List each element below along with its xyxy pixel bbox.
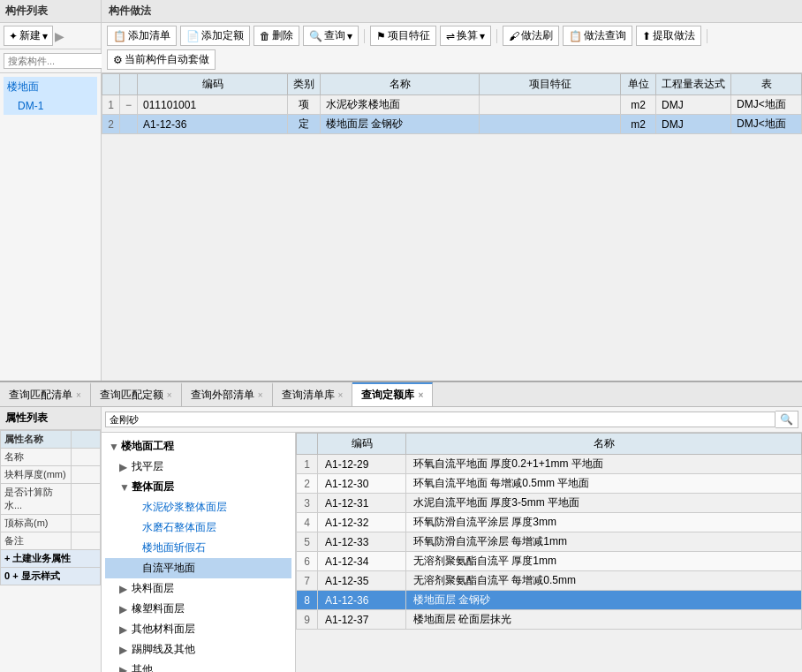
add-bill-label: 添加清单: [128, 28, 170, 43]
tree-section-block[interactable]: ▶ 块料面层: [105, 578, 291, 599]
divider3: [707, 29, 707, 43]
tree-item-chopped[interactable]: 楼地面斩假石: [105, 538, 291, 558]
result-row[interactable]: 8 A1-12-36 楼地面层 金钢砂: [297, 591, 802, 610]
tree-section-skirting[interactable]: ▶ 踢脚线及其他: [105, 639, 291, 660]
tab-close-icon[interactable]: ×: [258, 390, 263, 400]
prop-section-display-label: 0 + 显示样式: [1, 568, 101, 585]
tab-label: 查询定额库: [361, 388, 414, 403]
prop-value-name[interactable]: [72, 449, 101, 466]
result-row[interactable]: 3 A1-12-31 水泥自流平地面 厚度3-5mm 平地面: [297, 494, 802, 513]
table-row[interactable]: 2 A1-12-36 定 楼地面层 金钢砂 m2 DMJ DMJ<地面: [102, 115, 802, 134]
tree-section-root[interactable]: ▼ 楼地面工程: [105, 436, 291, 457]
prop-row-thickness[interactable]: 块料厚度(mm): [1, 466, 101, 484]
tree-item-cement[interactable]: 水泥砂浆整体面层: [105, 497, 291, 517]
row-expand-2[interactable]: [120, 115, 138, 134]
prop-section-civil[interactable]: + 土建业务属性: [1, 550, 101, 568]
result-code: A1-12-31: [318, 494, 406, 513]
tab-query-match-bill[interactable]: 查询匹配清单 ×: [0, 382, 91, 406]
new-icon: ✦: [9, 30, 18, 42]
tab-query-match-quota[interactable]: 查询匹配定额 ×: [91, 382, 182, 406]
prop-value-thickness[interactable]: [72, 466, 101, 484]
convert-button[interactable]: ⇌ 换算 ▾: [440, 26, 491, 46]
result-col-num: [297, 434, 318, 455]
delete-button[interactable]: 🗑 删除: [253, 26, 299, 46]
tab-close-icon[interactable]: ×: [167, 390, 172, 400]
make-rule-button[interactable]: 🖌 做法刷: [503, 26, 559, 46]
expand-icon: ▼: [109, 441, 119, 453]
query-search-button[interactable]: 🔍: [776, 411, 798, 428]
result-row[interactable]: 9 A1-12-37 楼地面层 砼面层抹光: [297, 610, 802, 630]
query-button[interactable]: 🔍 查询 ▾: [303, 26, 359, 46]
tab-close-icon[interactable]: ×: [76, 390, 81, 400]
result-row[interactable]: 7 A1-12-35 无溶剂聚氨酯自流平 每增减0.5mm: [297, 571, 802, 591]
result-name: 水泥自流平地面 厚度3-5mm 平地面: [406, 494, 802, 513]
prop-header-row: 属性名称: [1, 431, 101, 449]
result-row-num: 1: [297, 455, 318, 474]
prop-row-name[interactable]: 名称: [1, 449, 101, 466]
tab-query-quota-lib[interactable]: 查询定额库 ×: [352, 382, 433, 406]
query-icon: 🔍: [309, 30, 322, 42]
result-col-code: 编码: [318, 434, 406, 455]
auto-combine-button[interactable]: ⚙ 当前构件自动套做: [107, 49, 216, 70]
prop-section-display[interactable]: 0 + 显示样式: [1, 568, 101, 585]
result-row-num: 8: [297, 591, 318, 610]
project-feature-button[interactable]: ⚑ 项目特征: [370, 26, 436, 46]
tree-label: 块料面层: [132, 581, 174, 596]
new-button[interactable]: ✦ 新建 ▾: [4, 26, 53, 46]
tab-label: 查询清单库: [282, 388, 335, 403]
col-extra: 表: [731, 74, 802, 95]
tree-section-pingceng[interactable]: ▶ 找平层: [105, 457, 291, 477]
tab-query-external-bill[interactable]: 查询外部清单 ×: [182, 382, 273, 406]
row-name-1: 水泥砂浆楼地面: [321, 95, 480, 115]
row-type-2: 定: [288, 115, 321, 134]
result-row-num: 4: [297, 513, 318, 532]
result-row[interactable]: 6 A1-12-34 无溶剂聚氨酯自流平 厚度1mm: [297, 552, 802, 571]
tab-close-icon[interactable]: ×: [338, 390, 344, 400]
tree-section-zhengti[interactable]: ▼ 整体面层: [105, 477, 291, 497]
expand-icon[interactable]: ▶: [55, 29, 64, 43]
add-bill-button[interactable]: 📋 添加清单: [107, 26, 177, 46]
query-rule-icon: 📋: [569, 30, 582, 42]
tree-label: 自流平地面: [142, 561, 195, 576]
prop-row-note[interactable]: 备注: [1, 532, 101, 550]
tree-section-rubber[interactable]: ▶ 橡塑料面层: [105, 599, 291, 619]
row-code-1[interactable]: 011101001: [138, 95, 288, 115]
prop-value-elevation[interactable]: [72, 515, 101, 532]
query-rule-button[interactable]: 📋 做法查询: [563, 26, 632, 46]
row-num-1: 1: [102, 95, 120, 115]
prop-value-waterproof[interactable]: [72, 484, 101, 515]
add-quota-button[interactable]: 📄 添加定额: [180, 26, 250, 46]
result-name: 无溶剂聚氨酯自流平 每增减0.5mm: [406, 571, 802, 591]
row-expand-1[interactable]: −: [120, 95, 138, 115]
tree-label: 水磨石整体面层: [142, 520, 216, 535]
row-code-2[interactable]: A1-12-36: [138, 115, 288, 134]
result-row[interactable]: 5 A1-12-33 环氧防滑自流平涂层 每增减1mm: [297, 532, 802, 552]
auto-combine-label: 当前构件自动套做: [125, 52, 209, 67]
prop-value-note[interactable]: [72, 532, 101, 550]
tree-item-selfflow[interactable]: 自流平地面: [105, 558, 291, 578]
prop-row-waterproof[interactable]: 是否计算防水...: [1, 484, 101, 515]
table-row[interactable]: 1 − 011101001 项 水泥砂浆楼地面 m2 DMJ DMJ<地面: [102, 95, 802, 115]
tree-section-other-mat[interactable]: ▶ 其他材料面层: [105, 619, 291, 639]
result-row[interactable]: 1 A1-12-29 环氧自流平地面 厚度0.2+1+1mm 平地面: [297, 455, 802, 474]
tree-item-loudiface[interactable]: 楼地面: [4, 77, 97, 97]
col-code: 编码: [138, 74, 288, 95]
row-name-2: 楼地面层 金钢砂: [321, 115, 480, 134]
tree-item-terrazzo[interactable]: 水磨石整体面层: [105, 517, 291, 538]
extract-rule-button[interactable]: ⬆ 提取做法: [636, 26, 701, 46]
tree-section-others[interactable]: ▶ 其他: [105, 660, 291, 672]
prop-row-elevation[interactable]: 顶标高(m): [1, 515, 101, 532]
result-name: 环氧自流平地面 厚度0.2+1+1mm 平地面: [406, 455, 802, 474]
query-search-input[interactable]: [105, 412, 776, 427]
result-row[interactable]: 2 A1-12-30 环氧自流平地面 每增减0.5mm 平地面: [297, 474, 802, 494]
row-unit-2: m2: [621, 115, 656, 134]
tab-query-bill-lib[interactable]: 查询清单库 ×: [273, 382, 353, 406]
tree-label: 橡塑料面层: [132, 601, 185, 616]
tree-item-dm1[interactable]: DM-1: [4, 97, 97, 115]
result-row-num: 5: [297, 532, 318, 552]
tab-close-icon[interactable]: ×: [418, 390, 423, 400]
result-row[interactable]: 4 A1-12-32 环氧防滑自流平涂层 厚度3mm: [297, 513, 802, 532]
property-panel-title: 属性列表: [0, 407, 101, 430]
row-type-1: 项: [288, 95, 321, 115]
add-bill-icon: 📋: [113, 30, 126, 42]
